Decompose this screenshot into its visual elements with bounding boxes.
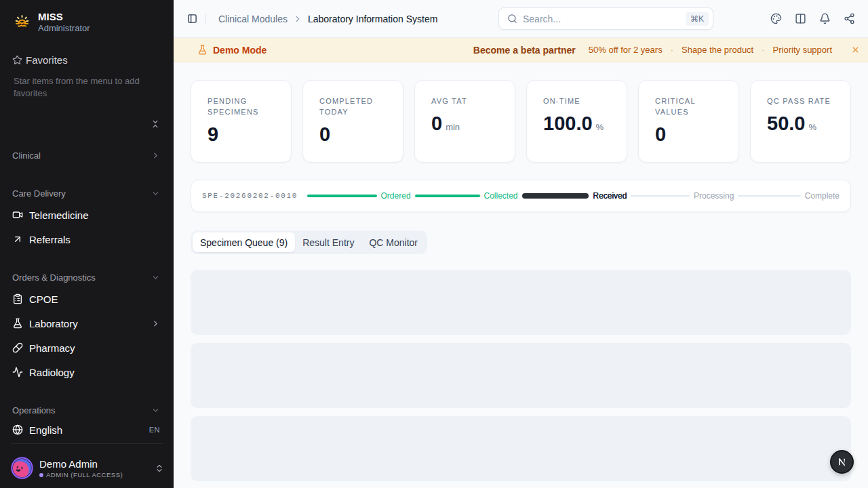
sidebar-group-orders-diagnostics[interactable]: Orders & Diagnostics [0, 266, 174, 288]
search-input[interactable]: Search... ⌘K [498, 7, 713, 30]
sidebar-nav: Clinical Care Delivery Telemedicine Refe… [0, 144, 174, 441]
sidebar-item-telemedicine[interactable]: Telemedicine [11, 204, 174, 226]
banner-title: Demo Mode [213, 45, 267, 56]
banner-cta[interactable]: Become a beta partner [473, 45, 576, 56]
role-status-dot [39, 473, 43, 477]
chevrons-up-down-icon [155, 464, 164, 473]
stat-value: 100.0 [543, 113, 593, 134]
flask-icon [12, 318, 23, 329]
tracker-stage: Ordered [381, 191, 411, 201]
banner-perk: 50% off for 2 years [589, 45, 663, 55]
stat-value: 0 [319, 124, 330, 144]
sidebar-item-radiology[interactable]: Radiology [11, 361, 174, 383]
tracker-stage: Complete [805, 191, 840, 201]
nextjs-logo-icon [836, 456, 848, 468]
chevrons-down-up-icon[interactable] [151, 119, 160, 129]
app-logo-block[interactable]: MISS Administrator [0, 0, 174, 33]
stat-card-critical-values: CRITICAL VALUES 0 [638, 80, 739, 163]
tracker-connector-done [307, 195, 376, 197]
sidebar-item-cpoe[interactable]: CPOE [11, 288, 174, 310]
sidebar-item-pharmacy[interactable]: Pharmacy [11, 337, 174, 359]
tab-qc-monitor[interactable]: QC Monitor [361, 232, 425, 252]
chevron-right-icon [151, 151, 160, 160]
tracker-stage: Received [593, 191, 627, 201]
sunrise-logo-icon [14, 14, 30, 30]
panel-left-icon [187, 14, 197, 24]
sidebar: MISS Administrator Favorites Star items … [0, 0, 174, 488]
flask-icon [197, 45, 208, 55]
tracker-connector-pending [631, 195, 690, 197]
tracker-connector-current [522, 193, 589, 199]
header-divider [205, 14, 206, 24]
stat-card-qc-pass-rate: QC PASS RATE 50.0% [750, 80, 851, 163]
banner-perk: Shape the product [682, 45, 753, 55]
palette-icon [770, 13, 782, 24]
clipboard-list-icon [12, 293, 23, 304]
sidebar-group-clinical[interactable]: Clinical [0, 144, 174, 166]
sidebar-toggle-button[interactable] [187, 14, 197, 24]
stat-value: 50.0 [767, 113, 805, 134]
breadcrumb-parent[interactable]: Clinical Modules [218, 14, 288, 24]
favorites-label: Favorites [26, 54, 68, 66]
loading-skeletons [191, 270, 851, 481]
stat-card-pending-specimens: PENDING SPECIMENS 9 [191, 80, 292, 163]
stat-card-on-time: ON-TIME 100.0% [526, 80, 627, 163]
app-name: MISS [38, 11, 90, 23]
chevron-down-icon [151, 189, 160, 198]
tab-result-entry[interactable]: Result Entry [295, 232, 361, 252]
sidebar-item-language[interactable]: English EN [11, 419, 174, 441]
skeleton-row [191, 270, 851, 335]
sidebar-group-operations[interactable]: Operations [0, 399, 174, 421]
theme-button[interactable] [766, 9, 785, 28]
close-icon [851, 45, 860, 54]
favorites-header: Favorites [12, 54, 163, 66]
specimen-id: SPE-20260202-0010 [202, 192, 298, 200]
nextjs-dev-button[interactable] [830, 450, 854, 474]
banner-close-button[interactable] [846, 41, 865, 60]
activity-icon [12, 367, 23, 378]
globe-icon [12, 424, 23, 435]
tracker-stage: Processing [694, 191, 734, 201]
tracker-stage: Collected [484, 191, 518, 201]
search-shortcut: ⌘K [686, 12, 709, 26]
sidebar-item-referrals[interactable]: Referrals [11, 228, 174, 250]
notifications-button[interactable] [815, 9, 834, 28]
stat-value: 0 [655, 124, 666, 144]
columns-icon [795, 13, 806, 24]
sidebar-divider [11, 443, 163, 444]
tracker-connector-done [415, 195, 480, 197]
stat-value: 9 [208, 124, 218, 144]
main-area: Clinical Modules Laboratory Information … [174, 0, 868, 488]
stat-value: 0 [431, 113, 442, 134]
banner-perk: Priority support [773, 45, 832, 55]
star-icon [12, 55, 22, 65]
stat-card-avg-tat: AVG TAT 0min [414, 80, 515, 163]
search-placeholder: Search... [523, 14, 686, 24]
chevron-down-icon [151, 406, 160, 415]
app-role: Administrator [38, 23, 90, 33]
tab-specimen-queue[interactable]: Specimen Queue (9) [193, 232, 295, 252]
skeleton-row [191, 416, 851, 481]
breadcrumb-current: Laboratory Information System [308, 14, 437, 24]
layout-columns-button[interactable] [791, 9, 810, 28]
bell-icon [819, 13, 831, 24]
video-icon [12, 209, 23, 220]
stat-card-completed-today: COMPLETED TODAY 0 [302, 80, 403, 163]
specimen-tracker: SPE-20260202-0010 Ordered Collected Rece… [191, 180, 851, 212]
favorites-hint: Star items from the menu to add favorite… [14, 75, 144, 99]
skeleton-row [191, 343, 851, 408]
share-button[interactable] [840, 9, 859, 28]
chevron-down-icon [151, 273, 160, 282]
page-content: PENDING SPECIMENS 9 COMPLETED TODAY 0 AV… [174, 62, 868, 481]
demo-banner: Demo Mode Become a beta partner 50% off … [174, 38, 868, 62]
pill-icon [12, 342, 23, 353]
user-menu[interactable]: Demo Admin ADMIN (FULL ACCESS) [11, 457, 164, 479]
user-name: Demo Admin [39, 458, 155, 470]
sidebar-item-laboratory[interactable]: Laboratory [11, 312, 174, 334]
share-icon [844, 13, 855, 24]
user-role: ADMIN (FULL ACCESS) [46, 471, 123, 479]
search-icon [507, 14, 517, 24]
stats-grid: PENDING SPECIMENS 9 COMPLETED TODAY 0 AV… [191, 80, 851, 163]
sidebar-group-care-delivery[interactable]: Care Delivery [0, 182, 174, 204]
tracker-connector-pending [738, 195, 800, 197]
